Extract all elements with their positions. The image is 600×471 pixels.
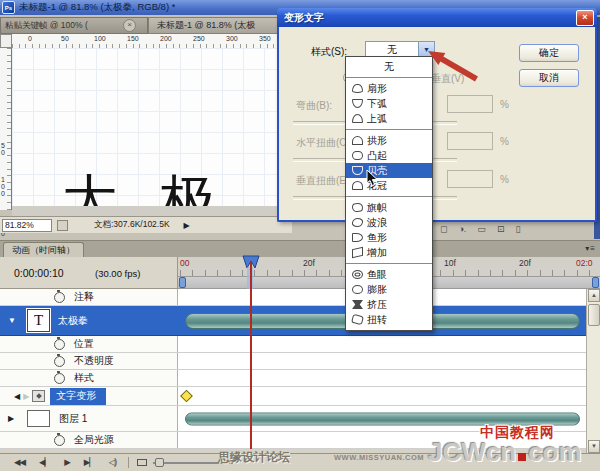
row-header[interactable]: T ◀ ▶ 太极拳 bbox=[0, 306, 178, 335]
status-menu-arrow-icon[interactable]: ▶ bbox=[184, 221, 190, 230]
row-header[interactable]: ◀ ▶ 全局光源 bbox=[0, 432, 178, 448]
warp-style-option[interactable]: 波浪 bbox=[346, 215, 432, 230]
warp-style-option[interactable]: 挤压 bbox=[346, 297, 432, 312]
warp-style-option[interactable]: 鱼眼 bbox=[346, 263, 432, 282]
row-track[interactable] bbox=[178, 370, 586, 386]
play-button[interactable]: ▶ bbox=[64, 457, 70, 467]
dialog-titlebar[interactable]: 变形文字 × bbox=[277, 8, 597, 27]
layer-group-icon[interactable]: ▭ bbox=[477, 224, 486, 234]
status-mini-icon bbox=[57, 220, 68, 231]
warp-style-option[interactable]: 凸起 bbox=[346, 148, 432, 163]
next-frame-button[interactable]: ▶▏ bbox=[84, 457, 95, 467]
zoom-out-icon[interactable] bbox=[137, 459, 147, 466]
previous-keyframe-icon[interactable]: ◀ bbox=[14, 392, 20, 401]
warp-style-label: 上弧 bbox=[367, 112, 387, 126]
timeline-row[interactable]: ◀ ▶ 位置 bbox=[0, 336, 586, 353]
document-canvas[interactable]: 太极 bbox=[12, 48, 280, 206]
first-frame-button[interactable]: ◀◀ bbox=[14, 457, 25, 467]
red-dot-icon bbox=[518, 453, 526, 461]
parameter-value-field[interactable] bbox=[447, 170, 493, 188]
row-header[interactable]: ◀ ▶ 文字变形 bbox=[0, 387, 178, 405]
expand-icon[interactable] bbox=[8, 316, 18, 325]
warp-style-label: 凸起 bbox=[367, 149, 387, 163]
warp-style-label: 波浪 bbox=[367, 216, 387, 230]
cancel-button[interactable]: 取消 bbox=[519, 69, 579, 87]
warp-shape-icon bbox=[352, 270, 363, 279]
parameter-value-field[interactable] bbox=[447, 95, 493, 113]
warp-style-option[interactable]: 扭转 bbox=[346, 312, 432, 327]
work-area-start-marker[interactable] bbox=[179, 277, 186, 288]
timeline-row[interactable]: ◀ ▶ 注释 bbox=[0, 289, 586, 306]
stopwatch-icon[interactable] bbox=[54, 373, 65, 384]
warp-style-label: 扭转 bbox=[367, 313, 387, 327]
work-area-end-marker[interactable] bbox=[592, 277, 599, 288]
warp-style-option[interactable]: 无 bbox=[346, 59, 432, 74]
warp-style-option[interactable]: 旗帜 bbox=[346, 196, 432, 215]
delete-layer-icon[interactable]: ▯ bbox=[515, 224, 520, 234]
parameter-label: 垂直扭曲(E): bbox=[296, 174, 352, 188]
stopwatch-icon[interactable] bbox=[54, 339, 65, 350]
canvas-margin bbox=[12, 206, 280, 216]
panel-menu-icon[interactable]: ▾≡ bbox=[585, 244, 596, 253]
warp-style-option[interactable]: 下弧 bbox=[346, 96, 432, 111]
scroll-up-icon[interactable]: ▲ bbox=[588, 289, 600, 302]
new-layer-icon[interactable]: ⊡ bbox=[497, 224, 505, 234]
stopwatch-icon[interactable] bbox=[54, 356, 65, 367]
warp-style-label: 无 bbox=[384, 60, 394, 74]
warp-shape-icon bbox=[351, 218, 365, 227]
warp-style-option[interactable]: 扇形 bbox=[346, 77, 432, 96]
adjustment-layer-icon[interactable]: ◑. bbox=[458, 224, 466, 234]
timeline-ruler-label: 00 bbox=[180, 258, 189, 268]
row-track[interactable] bbox=[178, 387, 586, 405]
layer-thumbnail[interactable] bbox=[27, 410, 50, 427]
timeline-row[interactable]: T ◀ ▶ 太极拳 bbox=[0, 306, 586, 336]
row-header[interactable]: ◀ ▶ 注释 bbox=[0, 289, 178, 305]
layer-mask-icon[interactable]: ◻ bbox=[440, 224, 447, 234]
warp-style-option[interactable]: 上弧 bbox=[346, 111, 432, 126]
row-track[interactable] bbox=[178, 336, 586, 352]
row-track[interactable] bbox=[178, 353, 586, 369]
warp-style-option[interactable]: 增加 bbox=[346, 245, 432, 260]
timeline-scrollbar[interactable]: ▲ ▼ bbox=[586, 289, 600, 453]
previous-frame-button[interactable]: ◀▏ bbox=[39, 457, 50, 467]
keyframe-diamond[interactable] bbox=[180, 390, 193, 403]
warp-shape-icon bbox=[352, 300, 363, 309]
row-label: 文字变形 bbox=[50, 388, 106, 405]
playhead-line[interactable] bbox=[250, 262, 252, 449]
row-header[interactable]: ◀ ▶ 位置 bbox=[0, 336, 178, 352]
background-document-titlebar[interactable]: 粘贴关键帧 @ 100% ( × bbox=[0, 17, 148, 34]
photoshop-window: Ps 未标题-1 @ 81.8% (太极拳, RGB/8) * 粘贴关键帧 @ … bbox=[0, 0, 600, 471]
timeline-row[interactable]: ◀ ▶ 样式 bbox=[0, 370, 586, 387]
time-vary-stopwatch-icon[interactable] bbox=[32, 390, 45, 402]
audio-toggle-button[interactable]: ◁) bbox=[109, 457, 116, 467]
zoom-level-field[interactable]: 81.82% bbox=[2, 219, 52, 232]
warp-style-label: 下弧 bbox=[367, 97, 387, 111]
stopwatch-icon[interactable] bbox=[54, 435, 65, 446]
slider-thumb[interactable] bbox=[155, 458, 164, 467]
tab-animation-timeline[interactable]: 动画（时间轴） bbox=[3, 242, 84, 258]
warp-text-dialog: 变形文字 × 样式(S): 无 ▼ 确定 取消 水平(H) 垂直(V) 弯曲(B… bbox=[277, 10, 597, 222]
horizontal-ruler: 050100150200250300350 bbox=[12, 34, 280, 49]
scrollbar-thumb[interactable] bbox=[588, 304, 600, 326]
parameter-value-field[interactable] bbox=[447, 132, 493, 150]
row-header[interactable]: ◀ ▶ 不透明度 bbox=[0, 353, 178, 369]
warp-style-option[interactable]: 贝壳 bbox=[346, 163, 432, 178]
row-header[interactable]: ◀ ▶ 样式 bbox=[0, 370, 178, 386]
next-keyframe-icon[interactable]: ▶ bbox=[23, 392, 29, 401]
warp-style-option[interactable]: 膨胀 bbox=[346, 282, 432, 297]
expand-icon[interactable] bbox=[8, 414, 18, 423]
row-header[interactable]: ◀ ▶ 图层 1 bbox=[0, 406, 178, 431]
close-icon[interactable]: × bbox=[576, 10, 594, 26]
warp-style-option[interactable]: 拱形 bbox=[346, 129, 432, 148]
warp-style-option[interactable]: 鱼形 bbox=[346, 230, 432, 245]
stopwatch-icon[interactable] bbox=[54, 292, 65, 303]
close-icon[interactable]: × bbox=[123, 19, 136, 32]
timeline-row[interactable]: ◀ ▶ 文字变形 bbox=[0, 387, 586, 406]
scroll-down-icon[interactable]: ▼ bbox=[588, 440, 600, 453]
layer-thumbnail[interactable]: T bbox=[27, 309, 50, 332]
ok-button[interactable]: 确定 bbox=[519, 44, 579, 62]
current-time-display[interactable]: 0:00:00:10 bbox=[14, 267, 64, 279]
row-label: 样式 bbox=[74, 371, 94, 385]
warp-style-option[interactable]: 花冠 bbox=[346, 178, 432, 193]
timeline-row[interactable]: ◀ ▶ 不透明度 bbox=[0, 353, 586, 370]
